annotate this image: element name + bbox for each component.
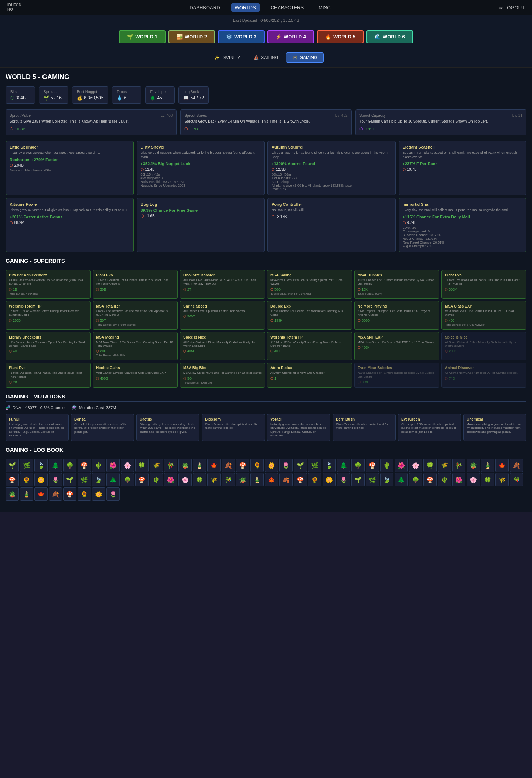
logout-icon: ⇒ [499,5,503,10]
feature-card-0: Little Sprinkler Instantly grows sprouts… [6,141,134,195]
sprouts-label: Sprouts [44,90,64,94]
stats-row: Bits ⬡ 304B Sprouts 🌱 5 / 16 Best Nugget… [6,86,526,104]
logbook-item: 🎍 [20,487,33,501]
nav-characters[interactable]: CHARACTERS [267,3,308,12]
last-updated-value: 04/03/2024, 15:15:43 [260,18,299,23]
sub-nav-sailing[interactable]: ⛵ SAILING [248,52,284,63]
logbook-item: 🌺 [452,473,466,486]
world-6-icon: 🌊 [375,34,381,40]
world-4-icon: ⚡ [276,34,282,40]
superbit-animal-discover: Animal Discover All Acorns Now Gives +10… [441,363,526,387]
logbook-item: 🌳 [409,473,422,486]
superbits-grid: Bits Per Achievement X1.03 Bits Per Achi… [6,270,526,388]
logbook-stat: Log Book 📖 54 / 72 [178,86,209,104]
nav-worlds[interactable]: WORLDS [231,3,260,12]
feature-card-5: Bog Log 39.3% Chance For Free Game ⬡ 11.… [137,198,265,252]
superbit-spice-is-nice-1: Spice Is Nice All Spice Claimed, Either … [180,332,265,361]
sprout-speed-icon: ⬡ [184,126,188,131]
superbit-plant-evo-1: Plant Evo +1 Max Evolution For All Plant… [93,270,178,299]
dna-label: DNA [13,405,21,410]
world-4-button[interactable]: ⚡ WORLD 4 [267,30,314,43]
mutations-title: GAMING - MUTATIONS [6,393,526,402]
logbook-item: 🍄 [236,459,249,472]
logbook-item: 🌲 [337,459,350,472]
world-2-button[interactable]: 🏜️ WORLD 2 [168,30,215,43]
logbook-item: 🌳 [63,459,76,472]
superbit-msa-mealing: MSA Mealing MSA Now Gives +10% Bonus Mea… [93,332,178,361]
sub-nav-divinity[interactable]: ✨ DIVINITY [208,52,246,63]
sprouts-icon: 🌱 [44,95,49,101]
logbook-item: 🎍 [250,473,264,486]
best-nugget-label: Best Nugget [77,90,103,94]
superbits-title: GAMING - SUPERBITS [6,258,526,266]
world-5-button[interactable]: 🔥 WORLD 5 [317,30,364,43]
best-nugget-stat: Best Nugget 💰 6,360,505 [72,86,108,104]
logbook-item: 🌸 [178,473,192,486]
superbit-plant-evo-3: Plant Evo +1 Max Evolution For All Plant… [6,363,91,387]
logbook-item: 🪴 [236,473,249,486]
logbook-item: 🍀 [423,459,437,472]
logbook-item: 🌷 [49,473,62,486]
logbook-item: 🌸 [121,459,134,472]
page-title: WORLD 5 - GAMING [6,73,526,81]
logbook-item: 🪴 [467,459,480,472]
world-3-button[interactable]: ❄️ WORLD 3 [218,30,265,43]
logbook-item: 🎋 [164,459,177,472]
sub-nav-gaming[interactable]: 🎮 GAMING [286,52,324,63]
logbook-item: 🍀 [193,473,206,486]
logbook-item: 🌱 [6,459,19,472]
mutation-evergreen: EverGreen Gives up to 100x more bits whe… [398,414,461,441]
logbook-item: 🌸 [467,473,480,486]
logbook-item: 🌿 [78,473,91,486]
mutation-cost-value: 387M [106,405,116,410]
mutation-bonsai: Bonsai Gives 4x bits per evolution inste… [71,414,134,441]
mutation-blossom: Blossom Gives 2x more bits when picked, … [202,414,265,441]
logout-button[interactable]: ⇒ LOGOUT [499,5,525,10]
sprout-capacity-desc: Your Garden Can Hold Up To 16 Sprouts. C… [359,119,522,124]
mutation-cost-icon: ⚗️ [72,405,77,410]
sprout-capacity-card: Sprout Capacity Lv: 11 Your Garden Can H… [355,109,526,135]
superbit-double-exp: Double Exp +15% Chance For Double Exp Wh… [267,301,352,330]
world-1-button[interactable]: 🌱 WORLD 1 [119,30,166,43]
nav-misc[interactable]: MISC [315,3,334,12]
superbit-even-moar-bubbles: Even Moar Bubbles +20% Chance For +1 Mor… [354,363,439,387]
feature-card-2: Autumn Squirrel Gives all acorns it has … [267,141,396,195]
world-1-label: WORLD 1 [135,34,157,40]
logbook-item: 🌻 [20,473,33,486]
last-updated-bar: Last Updated : 04/03/2024, 15:15:43 [0,15,532,26]
feature-cards-grid: Little Sprinkler Instantly grows sprouts… [6,141,526,252]
world-6-button[interactable]: 🌊 WORLD 6 [366,30,413,43]
envelopes-value: 🌲 45 [150,95,170,101]
superbit-moar-bubbles: Moar Bubbles +20% Chance For +1 More Bub… [354,270,439,299]
logbook-item: 🌺 [164,473,177,486]
dna-stat: 🧬 DNA 143077 - 0.3% Chance [6,405,65,410]
world-5-label: WORLD 5 [333,34,355,40]
sprout-capacity-val: ⬡ 9.99T [359,126,522,131]
dna-icon: 🧬 [6,405,11,410]
logbook-item: 🌼 [323,473,336,486]
envelopes-stat: Envelopes 🌲 45 [145,86,175,104]
logbook-item: 🎋 [510,473,523,486]
sub-nav: ✨ DIVINITY ⛵ SAILING 🎮 GAMING [0,48,532,68]
main-nav: DASHBOARD WORLDS CHARACTERS MISC [186,3,334,12]
world-3-icon: ❄️ [226,34,232,40]
sprout-value-icon: ⬡ [10,126,13,131]
logbook-item: 🌷 [337,473,350,486]
sprout-speed-val: ⬡ 1.7B [184,126,347,131]
sprout-value-card: Sprout Value Lv: 408 Sprouts Give 235T W… [6,109,177,135]
nugget-icon: 💰 [77,95,82,101]
superbit-worship-totem-hp-2: Worship Totem HP +10 Max HP For Worship … [267,332,352,361]
logbook-item: 🌵 [92,459,105,472]
nav-dashboard[interactable]: DASHBOARD [186,3,224,12]
logbook-item: 🍄 [6,473,19,486]
sprout-value-desc: Sprouts Give 235T When Collected. This I… [10,119,173,124]
main-content: WORLD 5 - GAMING Bits ⬡ 304B Sprouts 🌱 5… [0,68,532,512]
logbook-item: 🌾 [207,473,221,486]
bits-icon: ⬡ [10,95,14,101]
logbook-item: 🍁 [34,487,48,501]
superbit-msa-class-exp: MSA Class EXP MSA Now Gives +1% Bonus Cl… [441,301,526,330]
logbook-item: 🎍 [481,459,494,472]
logbook-item: 🌼 [34,473,48,486]
superbit-msa-big-bits: MSA Big Bits MSA Now Gives +50% Bits For… [180,363,265,387]
superbit-library-checkouts: Library Checkouts +1% Faster Library Che… [6,332,91,361]
